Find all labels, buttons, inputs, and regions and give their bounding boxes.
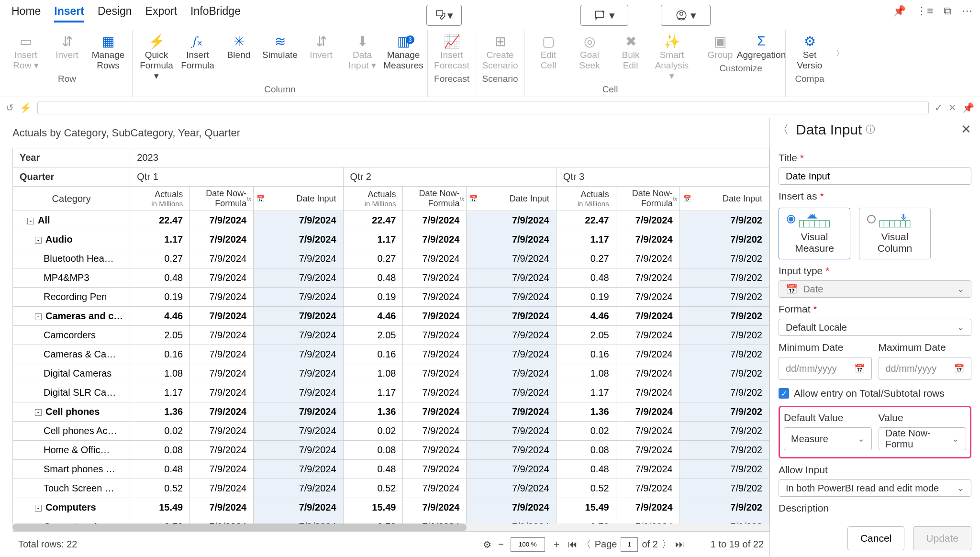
- allowinput-select[interactable]: In both PowerBI read and edit mode⌄: [779, 479, 971, 497]
- dateinput-cell[interactable]: 7/9/2024: [254, 441, 343, 460]
- dateinput-cell[interactable]: 7/9/202: [679, 364, 769, 383]
- actuals-cell[interactable]: 0.52: [556, 479, 616, 498]
- category-cell[interactable]: Smart phones …: [13, 460, 130, 479]
- formula-commit-icon[interactable]: ✓: [935, 102, 943, 113]
- actuals-cell[interactable]: 2.05: [343, 326, 403, 345]
- actuals-cell[interactable]: 1.08: [343, 364, 403, 383]
- ribbon-scroll-right[interactable]: 〉: [834, 30, 846, 78]
- dateinput-cell[interactable]: 7/9/2024: [254, 345, 343, 364]
- tab-export[interactable]: Export: [145, 5, 177, 22]
- dateinput-cell[interactable]: 7/9/202: [679, 211, 769, 230]
- ribbon-set-versio[interactable]: ⚙Set Versio: [791, 31, 829, 73]
- category-cell[interactable]: MP4&MP3: [13, 268, 130, 288]
- page-input[interactable]: [621, 537, 638, 552]
- category-cell[interactable]: -All: [13, 211, 130, 230]
- datenow-cell[interactable]: 7/9/2024: [190, 460, 254, 479]
- datenow-cell[interactable]: 7/9/2024: [616, 249, 679, 268]
- actuals-cell[interactable]: 1.17: [130, 383, 190, 402]
- panel-close-icon[interactable]: ✕: [961, 122, 971, 137]
- datenow-cell[interactable]: 7/9/2024: [403, 345, 467, 364]
- datenow-cell[interactable]: 7/9/2024: [403, 383, 467, 402]
- category-cell[interactable]: Touch Screen …: [13, 479, 130, 498]
- dateinput-cell[interactable]: 7/9/2024: [254, 230, 343, 249]
- datenow-cell[interactable]: 7/9/2024: [403, 498, 467, 517]
- datenow-cell[interactable]: 7/9/2024: [403, 402, 467, 422]
- datenow-cell[interactable]: 7/9/2024: [403, 364, 467, 383]
- dateinput-cell[interactable]: 7/9/2024: [254, 517, 343, 524]
- title-input[interactable]: [779, 167, 971, 185]
- tab-design[interactable]: Design: [98, 5, 132, 22]
- dateinput-cell[interactable]: 7/9/202: [679, 345, 769, 364]
- dateinput-cell[interactable]: 7/9/2024: [467, 422, 556, 441]
- actuals-cell[interactable]: 2.05: [130, 326, 190, 345]
- category-cell[interactable]: Digital Cameras: [13, 364, 130, 383]
- panel-back-icon[interactable]: 〈: [777, 121, 789, 138]
- actuals-cell[interactable]: 0.19: [130, 288, 190, 307]
- dateinput-cell[interactable]: 7/9/2024: [467, 230, 556, 249]
- datenow-cell[interactable]: 7/9/2024: [616, 422, 679, 441]
- dateinput-cell[interactable]: 7/9/2024: [254, 479, 343, 498]
- datenow-cell[interactable]: 7/9/2024: [616, 326, 679, 345]
- datenow-cell[interactable]: 7/9/2024: [190, 249, 254, 268]
- undo-icon[interactable]: ↺: [6, 102, 14, 113]
- dateinput-cell[interactable]: 7/9/2024: [467, 288, 556, 307]
- datenow-cell[interactable]: 7/9/2024: [616, 364, 679, 383]
- dateinput-cell[interactable]: 7/9/2024: [254, 288, 343, 307]
- dateinput-cell[interactable]: 7/9/2024: [467, 326, 556, 345]
- actuals-cell[interactable]: 0.19: [343, 288, 403, 307]
- datenow-cell[interactable]: 7/9/2024: [403, 422, 467, 441]
- datenow-cell[interactable]: 7/9/2024: [403, 249, 467, 268]
- actuals-cell[interactable]: 0.48: [556, 460, 616, 479]
- data-grid[interactable]: Year2023QuarterQtr 1Qtr 2Qtr 3CategoryAc…: [12, 148, 769, 524]
- page-prev-icon[interactable]: 〈: [581, 538, 591, 551]
- actuals-cell[interactable]: 0.48: [556, 268, 616, 288]
- datenow-cell[interactable]: 7/9/2024: [616, 345, 679, 364]
- actuals-cell[interactable]: 15.49: [343, 498, 403, 517]
- dateinput-cell[interactable]: 7/9/202: [679, 402, 769, 422]
- actuals-cell[interactable]: 0.02: [343, 422, 403, 441]
- actuals-cell[interactable]: 0.02: [556, 422, 616, 441]
- actuals-cell[interactable]: 1.36: [343, 402, 403, 422]
- bolt-icon[interactable]: ⚡: [20, 102, 32, 113]
- category-cell[interactable]: -Computers: [13, 498, 130, 517]
- datenow-cell[interactable]: 7/9/2024: [616, 517, 679, 524]
- actuals-cell[interactable]: 1.36: [130, 402, 190, 422]
- datenow-cell[interactable]: 7/9/2024: [190, 402, 254, 422]
- category-cell[interactable]: Bluetooth Hea…: [13, 249, 130, 268]
- ribbon-simulate[interactable]: ≋Simulate: [261, 31, 299, 62]
- datenow-cell[interactable]: 7/9/2024: [190, 288, 254, 307]
- dateinput-cell[interactable]: 7/9/2024: [254, 460, 343, 479]
- datenow-cell[interactable]: 7/9/2024: [190, 307, 254, 326]
- actuals-cell[interactable]: 4.46: [343, 307, 403, 326]
- datenow-cell[interactable]: 7/9/2024: [403, 517, 467, 524]
- page-last-icon[interactable]: ⏭: [675, 539, 685, 550]
- datenow-cell[interactable]: 7/9/2024: [616, 288, 679, 307]
- grid-wrap[interactable]: Year2023QuarterQtr 1Qtr 2Qtr 3CategoryAc…: [12, 148, 769, 524]
- actuals-cell[interactable]: 0.08: [556, 441, 616, 460]
- actuals-cell[interactable]: 0.52: [343, 479, 403, 498]
- dateinput-cell[interactable]: 7/9/2024: [254, 326, 343, 345]
- zoom-out-icon[interactable]: −: [498, 539, 504, 550]
- dateinput-cell[interactable]: 7/9/2024: [467, 402, 556, 422]
- datenow-cell[interactable]: 7/9/2024: [616, 230, 679, 249]
- actuals-cell[interactable]: 1.17: [343, 383, 403, 402]
- category-cell[interactable]: Cameras & Ca…: [13, 345, 130, 364]
- dateinput-cell[interactable]: 7/9/2024: [467, 307, 556, 326]
- datenow-cell[interactable]: 7/9/2024: [190, 211, 254, 230]
- datenow-cell[interactable]: 7/9/2024: [616, 460, 679, 479]
- page-first-icon[interactable]: ⏮: [568, 539, 578, 550]
- actuals-cell[interactable]: 1.08: [130, 364, 190, 383]
- actuals-cell[interactable]: 1.08: [556, 364, 616, 383]
- actuals-cell[interactable]: 0.70: [130, 517, 190, 524]
- datenow-cell[interactable]: 7/9/2024: [190, 441, 254, 460]
- datenow-cell[interactable]: 7/9/2024: [403, 268, 467, 288]
- visual-measure-card[interactable]: Visual Measure: [779, 208, 850, 259]
- user-box[interactable]: ▾: [661, 5, 711, 26]
- dateinput-cell[interactable]: 7/9/202: [679, 460, 769, 479]
- dateinput-cell[interactable]: 7/9/2024: [254, 364, 343, 383]
- datenow-cell[interactable]: 7/9/2024: [403, 211, 467, 230]
- dateinput-cell[interactable]: 7/9/202: [679, 517, 769, 524]
- actuals-cell[interactable]: 0.27: [130, 249, 190, 268]
- maxdate-input[interactable]: dd/mm/yyyy📅: [879, 357, 972, 380]
- datenow-cell[interactable]: 7/9/2024: [616, 211, 679, 230]
